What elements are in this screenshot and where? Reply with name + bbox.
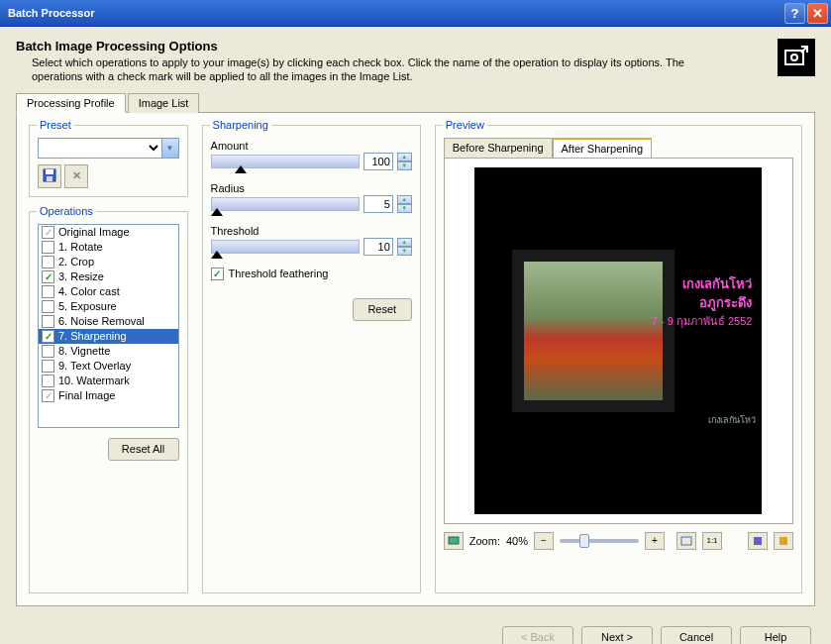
preview-legend: Preview [443, 119, 487, 131]
svg-rect-4 [47, 176, 52, 181]
titlebar: Batch Processor ? ✕ [0, 0, 831, 27]
operation-item-9[interactable]: 9. Text Overlay [39, 359, 178, 374]
window-title: Batch Processor [8, 7, 782, 19]
operation-checkbox[interactable] [42, 315, 54, 328]
actual-size-button[interactable]: 1:1 [702, 532, 722, 550]
threshold-spinner[interactable]: ▲▼ [397, 238, 412, 256]
operation-item-3[interactable]: 3. Resize [39, 269, 178, 284]
close-button[interactable]: ✕ [807, 3, 828, 24]
delete-icon: ✕ [72, 169, 81, 182]
save-icon [43, 168, 56, 184]
zoom-label: Zoom: [469, 535, 500, 547]
preset-group: Preset ▼ ✕ [29, 125, 188, 197]
reset-button[interactable]: Reset [353, 298, 412, 321]
operation-checkbox[interactable] [42, 375, 54, 387]
operation-item-1[interactable]: 1. Rotate [39, 240, 178, 255]
photo-overlay-text: เกงเลกันโหว่ อภูกระดึง 7 - 9 กุมภาพันธ์ … [652, 274, 753, 330]
operation-item-7[interactable]: 7. Sharpening [39, 329, 178, 344]
zoom-out-button[interactable]: − [534, 532, 554, 550]
svg-rect-7 [754, 537, 762, 545]
tab-image-list[interactable]: Image List [128, 93, 200, 113]
preview-image: เกงเลกันโหว่ อภูกระดึง 7 - 9 กุมภาพันธ์ … [474, 167, 762, 514]
cancel-button[interactable]: Cancel [661, 626, 732, 644]
threshold-slider[interactable] [211, 240, 360, 254]
radius-spinner[interactable]: ▲▼ [397, 195, 412, 213]
preset-legend: Preset [37, 119, 74, 131]
threshold-feathering-label: Threshold feathering [229, 268, 329, 279]
operation-checkbox[interactable] [42, 226, 54, 239]
delete-preset-button[interactable]: ✕ [64, 164, 88, 188]
svg-rect-0 [785, 51, 803, 64]
operation-item-10[interactable]: 10. Watermark [39, 374, 178, 388]
sharpening-group: Sharpening Amount ▲▼ Radius [202, 125, 421, 593]
operation-label: 6. Noise Removal [58, 315, 145, 327]
svg-rect-5 [449, 537, 459, 544]
footer: < Back Next > Cancel Help [0, 616, 831, 644]
operation-label: 7. Sharpening [58, 330, 127, 342]
operation-checkbox[interactable] [42, 345, 54, 358]
operation-label: 1. Rotate [58, 241, 103, 253]
main-tabs: Processing Profile Image List [16, 92, 815, 113]
operation-label: 10. Watermark [58, 375, 130, 386]
operation-checkbox[interactable] [42, 270, 54, 283]
chevron-down-icon: ▼ [166, 144, 174, 153]
next-button[interactable]: Next > [581, 626, 653, 644]
tab-before-sharpening[interactable]: Before Sharpening [444, 138, 553, 159]
operation-checkbox[interactable] [42, 389, 54, 402]
amount-label: Amount [211, 140, 412, 152]
preset-dropdown-button[interactable]: ▼ [162, 138, 179, 159]
threshold-input[interactable] [364, 238, 393, 256]
help-button-footer[interactable]: Help [740, 626, 811, 644]
help-button[interactable]: ? [784, 3, 805, 24]
operation-checkbox[interactable] [42, 285, 54, 298]
operations-legend: Operations [37, 205, 96, 217]
radius-slider[interactable] [211, 197, 360, 211]
sharpening-legend: Sharpening [210, 119, 271, 131]
operation-checkbox[interactable] [42, 256, 54, 268]
operation-item-11[interactable]: Final Image [39, 388, 178, 403]
page-description: Select which operations to apply to your… [32, 55, 705, 84]
operation-item-5[interactable]: 5. Exposure [39, 299, 178, 314]
amount-input[interactable] [364, 153, 393, 170]
operation-item-6[interactable]: 6. Noise Removal [39, 314, 178, 329]
next-image-button[interactable] [774, 532, 793, 550]
operation-label: 9. Text Overlay [58, 360, 131, 372]
operation-item-4[interactable]: 4. Color cast [39, 284, 178, 299]
preview-viewport: เกงเลกันโหว่ อภูกระดึง 7 - 9 กุมภาพันธ์ … [444, 158, 793, 524]
operation-label: 3. Resize [58, 270, 104, 282]
operation-label: Original Image [58, 226, 130, 238]
svg-rect-6 [681, 537, 691, 545]
operation-item-2[interactable]: 2. Crop [39, 255, 178, 269]
operation-label: 2. Crop [58, 256, 94, 268]
operation-item-8[interactable]: 8. Vignette [39, 344, 178, 359]
reset-all-button[interactable]: Reset All [108, 438, 179, 461]
zoom-value: 40% [506, 535, 528, 547]
operation-label: 4. Color cast [58, 285, 120, 297]
svg-point-1 [791, 54, 797, 60]
operation-label: 8. Vignette [58, 345, 110, 357]
zoom-slider[interactable] [560, 539, 639, 543]
fit-window-button[interactable] [676, 532, 696, 550]
threshold-feathering-checkbox[interactable] [211, 268, 224, 280]
threshold-label: Threshold [211, 225, 412, 237]
amount-slider[interactable] [211, 155, 360, 168]
back-button[interactable]: < Back [502, 626, 573, 644]
operation-item-0[interactable]: Original Image [39, 225, 178, 240]
svg-rect-8 [779, 537, 787, 545]
radius-input[interactable] [364, 195, 393, 213]
operation-checkbox[interactable] [42, 300, 54, 313]
prev-image-button[interactable] [748, 532, 768, 550]
operation-label: Final Image [58, 389, 115, 401]
operation-checkbox[interactable] [42, 360, 54, 373]
zoom-in-button[interactable]: + [645, 532, 665, 550]
amount-spinner[interactable]: ▲▼ [397, 153, 412, 170]
tab-processing-profile[interactable]: Processing Profile [16, 93, 126, 113]
monitor-icon[interactable] [444, 532, 464, 550]
operations-list[interactable]: Original Image1. Rotate2. Crop3. Resize4… [38, 224, 179, 428]
preset-select[interactable] [38, 138, 162, 159]
save-preset-button[interactable] [38, 164, 61, 188]
operations-group: Operations Original Image1. Rotate2. Cro… [29, 211, 188, 593]
tab-after-sharpening[interactable]: After Sharpening [553, 138, 653, 159]
operation-checkbox[interactable] [42, 241, 54, 254]
operation-checkbox[interactable] [42, 330, 54, 343]
